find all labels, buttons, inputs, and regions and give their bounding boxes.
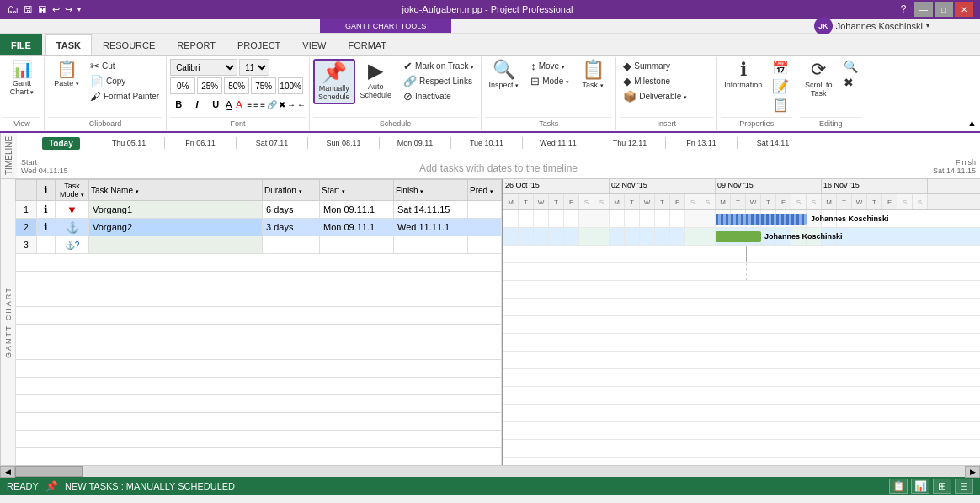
help-btn[interactable]: ? — [894, 2, 913, 17]
task-btn[interactable]: 📋 Task ▾ — [574, 59, 611, 91]
row-finish-2[interactable]: Wed 11.11.1 — [394, 219, 468, 236]
row-pred-2[interactable] — [468, 219, 502, 236]
tab-file[interactable]: FILE — [0, 34, 42, 55]
row-name-3[interactable] — [89, 236, 263, 254]
table-row[interactable]: 3 ⚓? — [16, 236, 502, 254]
italic-btn[interactable]: I — [189, 96, 205, 113]
table-row[interactable] — [16, 289, 502, 307]
row-name-1[interactable]: Vorgang1 — [89, 201, 263, 219]
font-size-select[interactable]: 11 — [239, 59, 269, 76]
table-row[interactable] — [16, 378, 502, 395]
copy-btn[interactable]: 📄 Copy — [87, 74, 162, 88]
tab-report[interactable]: REPORT — [166, 34, 226, 55]
move-btn[interactable]: ↕ Move ▾ — [527, 59, 573, 73]
col-header-start[interactable]: Start ▾ — [320, 180, 394, 201]
row-pred-1[interactable] — [468, 201, 502, 219]
row-duration-2[interactable]: 3 days — [263, 219, 320, 236]
table-row[interactable] — [16, 307, 502, 325]
font-name-select[interactable]: Calibri — [170, 59, 237, 76]
col-header-duration[interactable]: Duration ▾ — [263, 180, 320, 201]
table-row[interactable] — [16, 342, 502, 360]
respect-links-btn[interactable]: 🔗 Respect Links — [400, 74, 477, 88]
align-center-btn[interactable]: ≡ — [253, 100, 258, 109]
tab-resource[interactable]: RESOURCE — [92, 34, 166, 55]
main-hscroll[interactable]: ◀ ▶ — [0, 465, 980, 477]
indent-btn[interactable]: → — [287, 100, 296, 109]
link-btn[interactable]: 🔗 — [267, 100, 277, 109]
mode-btn[interactable]: ⊞ Mode ▾ — [527, 74, 573, 88]
col-header-pred[interactable]: Pred ▾ — [468, 180, 502, 201]
quick-access-save[interactable]: 🖫 — [24, 4, 33, 14]
inactivate-btn[interactable]: ⊘ Inactivate — [400, 89, 477, 103]
clear-btn[interactable]: ✖ — [279, 100, 285, 109]
paste-btn[interactable]: 📋 Paste ▾ — [48, 59, 85, 89]
scroll-left-btn[interactable]: ◀ — [0, 466, 15, 478]
table-row[interactable] — [16, 325, 502, 342]
inspect-btn[interactable]: 🔍 Inspect ▾ — [485, 59, 522, 91]
gantt-chart-btn[interactable]: 📊 GanttChart ▾ — [3, 59, 40, 98]
collapse-ribbon-btn[interactable]: ▲ — [967, 118, 977, 128]
information-btn[interactable]: ℹ Information — [721, 59, 765, 91]
close-btn[interactable]: ✕ — [955, 2, 973, 17]
row-finish-3[interactable] — [394, 236, 468, 254]
zoom-75-btn[interactable]: 75% — [251, 77, 276, 94]
table-row[interactable] — [16, 448, 502, 466]
manually-schedule-btn[interactable]: 📌 ManuallySchedule — [313, 59, 355, 104]
row-pred-3[interactable] — [468, 236, 502, 254]
status-icon-1[interactable]: 📋 — [889, 479, 908, 494]
col-header-taskmode[interactable]: TaskMode ▾ — [56, 180, 89, 201]
deliverable-btn[interactable]: 📦 Deliverable ▾ — [620, 89, 690, 103]
milestone-btn[interactable]: ◆ Milestone — [620, 74, 690, 88]
table-row[interactable]: 2 ℹ ⚓ Vorgang2 3 days Mon 09.11.1 Wed 11… — [16, 219, 502, 236]
table-row[interactable] — [16, 272, 502, 289]
cut-btn[interactable]: ✂ Cut — [87, 59, 162, 73]
outdent-btn[interactable]: ← — [297, 100, 306, 109]
tab-task[interactable]: TASK — [45, 34, 92, 55]
align-right-btn[interactable]: ≡ — [260, 100, 265, 109]
zoom-25-btn[interactable]: 25% — [197, 77, 222, 94]
maximize-btn[interactable]: □ — [935, 2, 953, 17]
status-icon-4[interactable]: ⊟ — [955, 479, 973, 494]
scroll-track[interactable] — [15, 466, 965, 477]
table-row[interactable]: 1 ℹ ▼ Vorgang1 6 days Mon 09.11.1 Sat 14… — [16, 201, 502, 219]
user-dropdown[interactable]: ▾ — [926, 22, 929, 29]
zoom-50-btn[interactable]: 50% — [224, 77, 249, 94]
row-finish-1[interactable]: Sat 14.11.15 — [394, 201, 468, 219]
row-start-2[interactable]: Mon 09.11.1 — [320, 219, 394, 236]
notes-btn[interactable]: 📝 — [769, 77, 792, 95]
quick-access-save2[interactable]: 🖬 — [38, 4, 47, 14]
table-row[interactable] — [16, 395, 502, 413]
scroll-to-task-btn[interactable]: ⟳ Scroll toTask — [800, 59, 837, 99]
tab-project[interactable]: PROJECT — [226, 34, 291, 55]
details-btn[interactable]: 📋 — [769, 96, 792, 114]
find-btn[interactable]: 🔍 — [840, 59, 861, 74]
zoom-out-btn[interactable]: 0% — [170, 77, 195, 94]
scroll-right-main-btn[interactable]: ▶ — [965, 466, 980, 478]
clear-tasks-btn[interactable]: ✖ — [840, 75, 861, 90]
undo-btn[interactable]: ↩ — [52, 4, 60, 15]
auto-schedule-btn[interactable]: ▶ AutoSchedule — [357, 59, 396, 101]
table-row[interactable] — [16, 360, 502, 378]
row-start-3[interactable] — [320, 236, 394, 254]
row-start-1[interactable]: Mon 09.11.1 — [320, 201, 394, 219]
highlight-color-btn[interactable]: A̲ — [226, 99, 232, 110]
minimize-btn[interactable]: — — [914, 2, 933, 17]
mark-on-track-btn[interactable]: ✔ Mark on Track ▾ — [400, 59, 477, 73]
row-duration-3[interactable] — [263, 236, 320, 254]
scroll-thumb[interactable] — [15, 466, 83, 477]
format-painter-btn[interactable]: 🖌 Format Painter — [87, 89, 162, 103]
zoom-100-btn[interactable]: 100% — [278, 77, 303, 94]
add-to-timeline-btn[interactable]: 📅 — [769, 59, 792, 77]
row-name-2[interactable]: Vorgang2 — [89, 219, 263, 236]
tab-format[interactable]: FORMAT — [337, 34, 397, 55]
table-row[interactable] — [16, 254, 502, 272]
tab-view[interactable]: VIEW — [291, 34, 337, 55]
underline-btn[interactable]: U — [207, 96, 224, 113]
col-header-finish[interactable]: Finish ▾ — [394, 180, 468, 201]
table-row[interactable] — [16, 431, 502, 448]
summary-btn[interactable]: ◆ Summary — [620, 59, 690, 73]
status-icon-3[interactable]: ⊞ — [933, 479, 951, 494]
redo-btn[interactable]: ↪ — [65, 4, 72, 15]
today-button[interactable]: Today — [42, 137, 80, 150]
font-color-btn[interactable]: A — [236, 99, 242, 109]
